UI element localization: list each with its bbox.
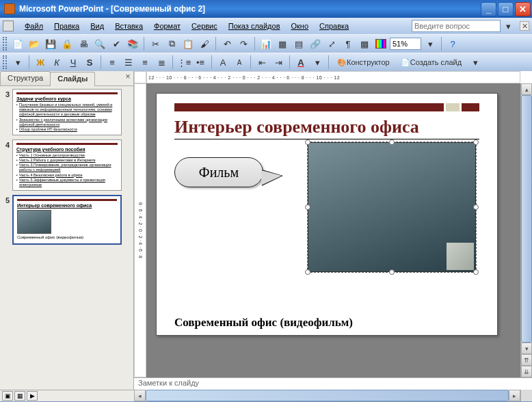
designer-button[interactable]: 🎨 Конструктор — [332, 55, 395, 70]
spellcheck-icon[interactable]: ✔ — [109, 36, 124, 51]
font-dropdown[interactable]: ▾ — [10, 55, 25, 70]
decrease-indent-icon[interactable]: ⇤ — [254, 55, 269, 70]
tab-outline[interactable]: Структура — [0, 71, 51, 85]
menu-slideshow[interactable]: Показ слайдов — [223, 21, 286, 31]
preview-icon[interactable]: 🔍 — [92, 36, 107, 51]
menu-edit[interactable]: Правка — [49, 21, 85, 31]
new-icon[interactable]: 📄 — [10, 36, 25, 51]
slide-title[interactable]: Интерьер современного офиса — [174, 117, 479, 139]
cut-icon[interactable]: ✂ — [148, 36, 163, 51]
scroll-up-icon[interactable]: ▴ — [521, 83, 532, 95]
minimize-button[interactable]: _ — [481, 2, 496, 16]
thumbnail-4[interactable]: Структура учебного пособия Часть 1 Основ… — [12, 139, 122, 191]
toolbar-handle[interactable] — [3, 37, 7, 51]
save-icon[interactable]: 💾 — [43, 36, 58, 51]
slide-canvas[interactable]: Интерьер современного офиса Фильм — [146, 83, 520, 377]
vertical-scrollbar[interactable]: ▴ ▾ ⇈ ⇊ — [520, 83, 532, 377]
prev-slide-icon[interactable]: ⇈ — [521, 354, 532, 366]
menu-file[interactable]: Файл — [19, 21, 49, 31]
thumbnail-row[interactable]: 5 Интерьер современного офиса Современны… — [1, 195, 132, 245]
menu-help[interactable]: Справка — [314, 21, 354, 31]
menu-service[interactable]: Сервис — [186, 21, 223, 31]
help-search-input[interactable] — [412, 20, 501, 32]
bullets-icon[interactable]: •≡ — [193, 55, 208, 70]
numbering-icon[interactable]: ⋮≡ — [176, 55, 191, 70]
hyperlink-icon[interactable]: 🔗 — [308, 36, 323, 51]
showhide-icon[interactable]: ¶ — [341, 36, 356, 51]
table-icon[interactable]: ▦ — [275, 36, 290, 51]
grid-icon[interactable]: ▩ — [357, 36, 372, 51]
maximize-button[interactable]: □ — [498, 2, 514, 16]
permission-icon[interactable]: 🔒 — [59, 36, 75, 51]
resize-handle[interactable] — [389, 269, 395, 275]
thumbnail-row[interactable]: 4 Структура учебного пособия Часть 1 Осн… — [1, 139, 132, 191]
zoom-dropdown[interactable]: ▾ — [423, 36, 438, 51]
redo-icon[interactable]: ↷ — [236, 36, 251, 51]
slide-caption[interactable]: Современный офис (видеофильм) — [174, 316, 479, 330]
align-justify-icon[interactable]: ≣ — [154, 55, 169, 70]
toolbar-overflow[interactable]: ▾ — [468, 55, 483, 70]
ruler-vertical[interactable]: 8 · 6 · 4 · 2 · 0 · 2 · 4 · 6 · 8 — [134, 83, 146, 377]
underline-icon[interactable]: Ч — [66, 55, 81, 70]
copy-icon[interactable]: ⧉ — [164, 36, 179, 51]
doc-icon[interactable] — [3, 21, 14, 31]
align-left-icon[interactable]: ≡ — [105, 55, 120, 70]
font-color-icon[interactable]: A — [293, 55, 308, 70]
next-slide-icon[interactable]: ⇊ — [521, 366, 532, 377]
format-painter-icon[interactable]: 🖌 — [197, 36, 212, 51]
toolbar-handle-2[interactable] — [3, 55, 7, 69]
sorter-view-icon[interactable]: ▦ — [14, 391, 25, 401]
menu-format[interactable]: Формат — [148, 21, 186, 31]
close-button[interactable]: ✕ — [515, 2, 531, 16]
resize-handle[interactable] — [305, 204, 310, 210]
expand-icon[interactable]: ⤢ — [324, 36, 339, 51]
scroll-left-icon[interactable]: ◂ — [134, 390, 146, 401]
zoom-combo[interactable]: 51% — [390, 38, 421, 50]
menu-view[interactable]: Вид — [85, 21, 109, 31]
scroll-right-icon[interactable]: ▸ — [509, 390, 520, 401]
print-icon[interactable]: 🖶 — [76, 36, 91, 51]
open-icon[interactable]: 📂 — [27, 36, 42, 51]
undo-icon[interactable]: ↶ — [220, 36, 235, 51]
align-center-icon[interactable]: ☰ — [121, 55, 136, 70]
scroll-down-icon[interactable]: ▾ — [521, 343, 532, 354]
resize-handle[interactable] — [473, 204, 479, 210]
research-icon[interactable]: 📚 — [125, 36, 140, 51]
increase-font-icon[interactable]: A — [215, 55, 230, 70]
video-object-selected[interactable] — [308, 142, 476, 272]
chart-icon[interactable]: 📊 — [258, 36, 274, 51]
tab-slides[interactable]: Слайды — [50, 72, 95, 86]
thumbnail-5-selected[interactable]: Интерьер современного офиса Современный … — [12, 195, 122, 245]
close-panel-icon[interactable]: × — [122, 71, 133, 82]
menu-insert[interactable]: Вставка — [109, 21, 148, 31]
close-doc-button[interactable]: ✕ — [520, 21, 529, 31]
align-right-icon[interactable]: ≡ — [137, 55, 152, 70]
resize-handle[interactable] — [305, 269, 310, 275]
font-color-dropdown[interactable]: ▾ — [310, 55, 325, 70]
bold-icon[interactable]: Ж — [33, 55, 48, 70]
italic-icon[interactable]: К — [49, 55, 64, 70]
horizontal-scrollbar[interactable]: ◂ ▸ — [134, 390, 520, 401]
thumbnail-row[interactable]: 3 Задачи учебного курса Получение базовы… — [1, 89, 132, 135]
shadow-icon[interactable]: S — [82, 55, 97, 70]
decrease-font-icon[interactable]: A — [232, 55, 247, 70]
resize-handle[interactable] — [473, 269, 479, 275]
resize-handle[interactable] — [305, 139, 310, 145]
slideshow-view-icon[interactable]: ▶ — [27, 391, 38, 401]
menu-window[interactable]: Окно — [286, 21, 315, 31]
paste-icon[interactable]: 📋 — [181, 36, 196, 51]
slide[interactable]: Интерьер современного офиса Фильм — [156, 93, 498, 336]
thumbnail-list[interactable]: 3 Задачи учебного курса Получение базовы… — [0, 86, 133, 390]
increase-indent-icon[interactable]: ⇥ — [271, 55, 286, 70]
help-dropdown[interactable]: ▾ — [501, 18, 516, 34]
ruler-horizontal[interactable]: 12 · · · 10 · · · 8 · · · 6 · · · 4 · · … — [146, 71, 520, 83]
normal-view-icon[interactable]: ▣ — [2, 391, 13, 401]
help-icon[interactable]: ? — [445, 36, 460, 51]
resize-handle[interactable] — [473, 139, 479, 145]
tables-borders-icon[interactable]: ▤ — [291, 36, 306, 51]
notes-pane[interactable]: Заметки к слайду — [134, 377, 532, 390]
color-icon[interactable] — [373, 36, 388, 51]
thumbnail-3[interactable]: Задачи учебного курса Получение базовых … — [12, 89, 122, 135]
resize-handle[interactable] — [389, 139, 395, 145]
callout-shape[interactable]: Фильм — [174, 157, 263, 187]
